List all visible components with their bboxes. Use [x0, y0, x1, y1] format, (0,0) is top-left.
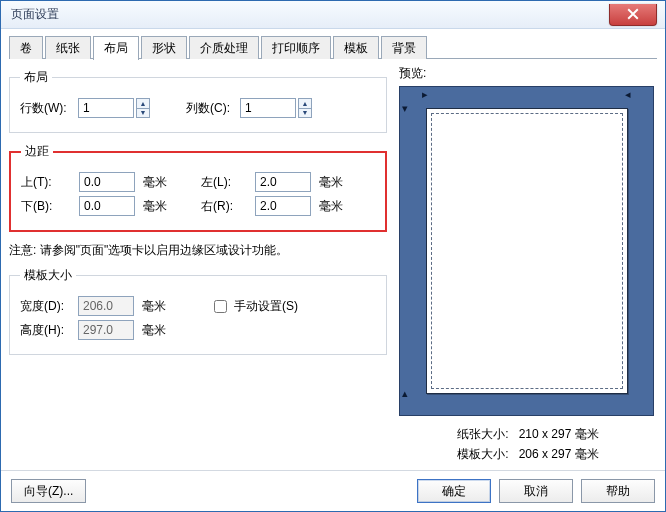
tab-xingzhuang[interactable]: 形状 — [141, 36, 187, 59]
chevron-up-icon[interactable]: ▲ — [137, 99, 149, 109]
layout-group: 布局 行数(W): ▲ ▼ 列数(C): — [9, 69, 387, 133]
ok-button[interactable]: 确定 — [417, 479, 491, 503]
handle-icon: ▴ — [402, 388, 408, 399]
height-label: 高度(H): — [20, 322, 70, 339]
left-column: 布局 行数(W): ▲ ▼ 列数(C): — [9, 65, 387, 466]
client-area: 卷 纸张 布局 形状 介质处理 打印顺序 模板 背景 布局 行数(W): ▲ — [1, 29, 665, 511]
height-input — [78, 320, 134, 340]
chevron-down-icon[interactable]: ▼ — [137, 109, 149, 118]
preview-frame: ▸ ◂ ▾ ▴ — [399, 86, 654, 416]
margin-bottom-label: 下(B): — [21, 198, 71, 215]
template-size-group: 模板大小 宽度(D): 毫米 手动设置(S) 高度(H): — [9, 267, 387, 355]
preview-info: 纸张大小: 210 x 297 毫米 模板大小: 206 x 297 毫米 — [399, 426, 657, 463]
width-label: 宽度(D): — [20, 298, 70, 315]
tab-dayinshunxu[interactable]: 打印顺序 — [261, 36, 331, 59]
width-input — [78, 296, 134, 316]
rows-input[interactable] — [78, 98, 134, 118]
unit-label: 毫米 — [143, 198, 167, 215]
unit-label: 毫米 — [319, 174, 343, 191]
template-size-value: 206 x 297 毫米 — [519, 447, 599, 461]
margin-note: 注意: 请参阅"页面"选项卡以启用边缘区域设计功能。 — [9, 242, 387, 259]
handle-icon: ▸ — [422, 89, 428, 100]
window-title: 页面设置 — [11, 6, 59, 23]
help-button[interactable]: 帮助 — [581, 479, 655, 503]
button-bar: 向导(Z)... 确定 取消 帮助 — [1, 470, 665, 511]
template-size-label: 模板大小: — [457, 447, 508, 461]
chevron-down-icon[interactable]: ▼ — [299, 109, 311, 118]
right-column: 预览: ▸ ◂ ▾ ▴ 纸张大小: 210 x 297 毫米 — [399, 65, 657, 466]
margin-legend: 边距 — [21, 143, 53, 160]
rows-spinner[interactable]: ▲ ▼ — [136, 98, 150, 118]
unit-label: 毫米 — [142, 298, 166, 315]
close-icon — [627, 8, 639, 20]
manual-set-checkbox[interactable]: 手动设置(S) — [210, 297, 298, 316]
tab-zhizhang[interactable]: 纸张 — [45, 36, 91, 59]
close-button[interactable] — [609, 4, 657, 26]
margin-top-input[interactable] — [79, 172, 135, 192]
margin-right-input[interactable] — [255, 196, 311, 216]
cols-spinner[interactable]: ▲ ▼ — [298, 98, 312, 118]
preview-page-margin — [431, 113, 623, 389]
preview-page — [426, 108, 628, 394]
rows-label: 行数(W): — [20, 100, 70, 117]
handle-icon: ▾ — [402, 103, 408, 114]
titlebar: 页面设置 — [1, 1, 665, 29]
margin-group: 边距 上(T): 毫米 左(L): 毫米 下(B): 毫米 — [9, 143, 387, 232]
margin-left-label: 左(L): — [201, 174, 247, 191]
tab-juan[interactable]: 卷 — [9, 36, 43, 59]
handle-icon: ◂ — [625, 89, 631, 100]
unit-label: 毫米 — [142, 322, 166, 339]
template-size-legend: 模板大小 — [20, 267, 76, 284]
tab-beijing[interactable]: 背景 — [381, 36, 427, 59]
layout-legend: 布局 — [20, 69, 52, 86]
preview-label: 预览: — [399, 65, 657, 82]
unit-label: 毫米 — [319, 198, 343, 215]
tab-jiezhichuli[interactable]: 介质处理 — [189, 36, 259, 59]
wizard-button[interactable]: 向导(Z)... — [11, 479, 86, 503]
manual-set-label: 手动设置(S) — [234, 298, 298, 315]
cancel-button[interactable]: 取消 — [499, 479, 573, 503]
paper-size-value: 210 x 297 毫米 — [519, 427, 599, 441]
cols-input[interactable] — [240, 98, 296, 118]
manual-set-input[interactable] — [214, 300, 227, 313]
unit-label: 毫米 — [143, 174, 167, 191]
tab-muban[interactable]: 模板 — [333, 36, 379, 59]
margin-left-input[interactable] — [255, 172, 311, 192]
paper-size-label: 纸张大小: — [457, 427, 508, 441]
tab-strip: 卷 纸张 布局 形状 介质处理 打印顺序 模板 背景 — [9, 35, 657, 59]
margin-top-label: 上(T): — [21, 174, 71, 191]
margin-bottom-input[interactable] — [79, 196, 135, 216]
margin-right-label: 右(R): — [201, 198, 247, 215]
page-setup-dialog: 页面设置 卷 纸张 布局 形状 介质处理 打印顺序 模板 背景 布局 行数(W)… — [0, 0, 666, 512]
tab-buju[interactable]: 布局 — [93, 36, 139, 60]
chevron-up-icon[interactable]: ▲ — [299, 99, 311, 109]
cols-label: 列数(C): — [186, 100, 232, 117]
tab-body: 布局 行数(W): ▲ ▼ 列数(C): — [9, 59, 657, 466]
